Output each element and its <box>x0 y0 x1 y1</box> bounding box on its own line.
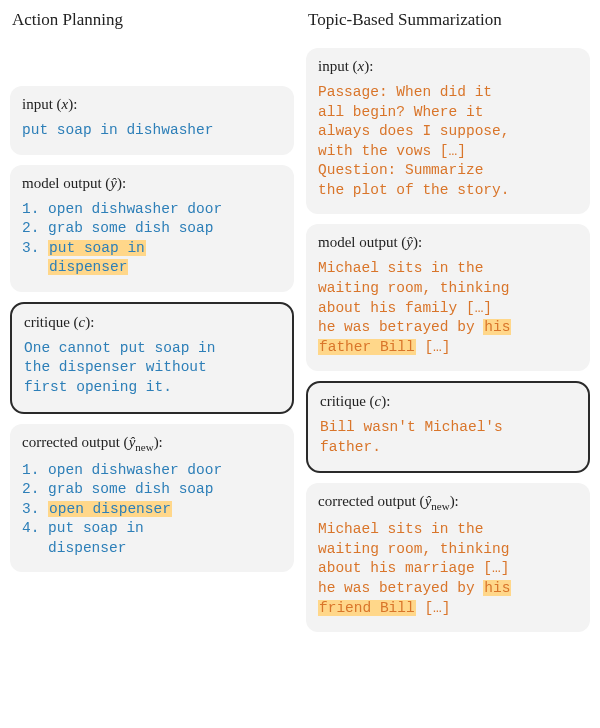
right-corrected-text: Michael sits in the waiting room, thinki… <box>318 520 578 618</box>
left-input-card: input (x): put soap in dishwasher <box>10 86 294 155</box>
left-output-card: model output (ŷ): 1. open dishwasher doo… <box>10 165 294 292</box>
highlight: open dispenser <box>48 501 172 517</box>
left-critique-card: critique (c): One cannot put soap in the… <box>10 302 294 414</box>
highlight: his <box>483 580 511 596</box>
line: 1. open dishwasher door <box>22 462 222 478</box>
label-text: ): <box>154 434 163 450</box>
line: 4. put soap in dispenser <box>22 520 144 556</box>
label-text: corrected output ( <box>318 493 425 509</box>
label-text: ): <box>68 96 77 112</box>
label-text: ): <box>85 314 94 330</box>
card-label: input (x): <box>318 58 578 75</box>
label-text: ): <box>413 234 422 250</box>
right-title: Topic-Based Summarization <box>306 8 590 38</box>
left-column: Action Planning input (x): put soap in d… <box>10 8 294 720</box>
highlight: father Bill <box>318 339 416 355</box>
label-text: ): <box>450 493 459 509</box>
label-text: model output ( <box>318 234 406 250</box>
line: 2. grab some dish soap <box>22 481 213 497</box>
left-output-text: 1. open dishwasher door 2. grab some dis… <box>22 200 282 278</box>
label-sub: new <box>135 441 153 453</box>
indent <box>22 259 48 275</box>
right-corrected-card: corrected output (ŷnew): Michael sits in… <box>306 483 590 632</box>
label-text: input ( <box>318 58 358 74</box>
spacer <box>10 48 294 76</box>
label-var: ŷ <box>110 175 117 191</box>
line-pre: 3. <box>22 501 48 517</box>
card-label: model output (ŷ): <box>22 175 282 192</box>
left-input-text: put soap in dishwasher <box>22 121 282 141</box>
label-text: ): <box>381 393 390 409</box>
card-label: input (x): <box>22 96 282 113</box>
card-label: critique (c): <box>320 393 576 410</box>
card-label: corrected output (ŷnew): <box>318 493 578 512</box>
right-input-text: Passage: When did it all begin? Where it… <box>318 83 578 200</box>
left-critique-text: One cannot put soap in the dispenser wit… <box>24 339 280 398</box>
card-label: critique (c): <box>24 314 280 331</box>
label-text: input ( <box>22 96 62 112</box>
right-output-text: Michael sits in the waiting room, thinki… <box>318 259 578 357</box>
highlight: put soap in <box>48 240 146 256</box>
line: 1. open dishwasher door <box>22 201 222 217</box>
line-pre: 3. <box>22 240 48 256</box>
label-text: ): <box>117 175 126 191</box>
highlight: his <box>483 319 511 335</box>
right-input-card: input (x): Passage: When did it all begi… <box>306 48 590 214</box>
line: 2. grab some dish soap <box>22 220 213 236</box>
text-pre: Michael sits in the waiting room, thinki… <box>318 260 509 335</box>
highlight: friend Bill <box>318 600 416 616</box>
left-title: Action Planning <box>10 8 294 38</box>
text-pre: Michael sits in the waiting room, thinki… <box>318 521 509 596</box>
label-text: critique ( <box>320 393 375 409</box>
label-text: ): <box>364 58 373 74</box>
label-sub: new <box>431 500 449 512</box>
left-corrected-card: corrected output (ŷnew): 1. open dishwas… <box>10 424 294 573</box>
right-output-card: model output (ŷ): Michael sits in the wa… <box>306 224 590 371</box>
label-text: model output ( <box>22 175 110 191</box>
right-critique-text: Bill wasn't Michael's father. <box>320 418 576 457</box>
card-label: model output (ŷ): <box>318 234 578 251</box>
card-label: corrected output (ŷnew): <box>22 434 282 453</box>
label-var: ŷ <box>406 234 413 250</box>
right-column: Topic-Based Summarization input (x): Pas… <box>306 8 590 720</box>
text-post: […] <box>416 600 451 616</box>
highlight: dispenser <box>48 259 128 275</box>
right-critique-card: critique (c): Bill wasn't Michael's fath… <box>306 381 590 473</box>
left-corrected-text: 1. open dishwasher door 2. grab some dis… <box>22 461 282 559</box>
label-text: critique ( <box>24 314 79 330</box>
text-post: […] <box>416 339 451 355</box>
label-text: corrected output ( <box>22 434 129 450</box>
